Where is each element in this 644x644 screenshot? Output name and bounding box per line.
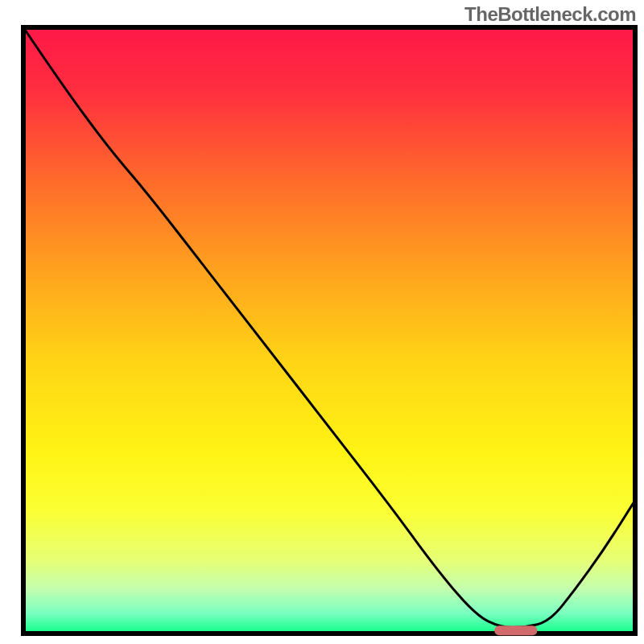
bottleneck-chart bbox=[0, 0, 644, 644]
optimal-marker bbox=[494, 625, 537, 635]
watermark-text: TheBottleneck.com bbox=[464, 3, 636, 26]
plot-background bbox=[26, 30, 633, 631]
chart-container: TheBottleneck.com bbox=[0, 0, 644, 644]
